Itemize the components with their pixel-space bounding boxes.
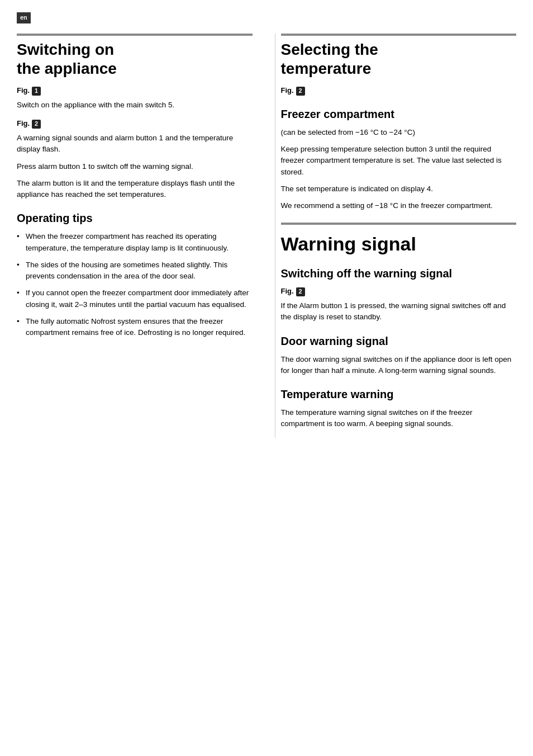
- switching-off-section: Switching off the warning signal Fig. 2 …: [281, 266, 517, 323]
- freezer-text3: We recommend a setting of −18 °C in the …: [281, 200, 517, 211]
- switching-off-fig-label: Fig. 2: [281, 286, 517, 297]
- fig2-section: Fig. 2 A warning signal sounds and alarm…: [17, 119, 253, 200]
- list-item: The fully automatic Nofrost system ensur…: [17, 316, 253, 339]
- list-item: If you cannot open the freezer compartme…: [17, 287, 253, 310]
- operating-tips-section: Operating tips When the freezer compartm…: [17, 210, 253, 338]
- fig1-num: 1: [32, 87, 41, 96]
- right-fig-num: 2: [296, 87, 305, 96]
- switching-off-fig-text: Fig.: [281, 286, 294, 297]
- switching-off-body: If the Alarm button 1 is pressed, the wa…: [281, 300, 517, 323]
- switching-off-title: Switching off the warning signal: [281, 266, 517, 282]
- list-item: When the freezer compartment has reached…: [17, 231, 253, 254]
- freezer-subtitle: (can be selected from −16 °C to −24 °C): [281, 127, 517, 138]
- top-divider-left: [17, 34, 253, 36]
- fig2-label: Fig. 2: [17, 119, 253, 129]
- warning-signal-section: Warning signal Switching off the warning…: [281, 223, 517, 429]
- fig2-body1: A warning signal sounds and alarm button…: [17, 133, 253, 155]
- temperature-warning-title: Temperature warning: [281, 386, 517, 403]
- freezer-text1: Keep pressing temperature selection butt…: [281, 144, 517, 178]
- freezer-text2: The set temperature is indicated on disp…: [281, 183, 517, 195]
- right-column: Selecting the temperature Fig. 2 Freezer…: [275, 34, 517, 438]
- main-title-right: Selecting the temperature: [281, 40, 517, 78]
- top-divider-right: [281, 34, 517, 36]
- fig1-label: Fig. 1: [17, 86, 253, 96]
- fig1-text: Fig.: [17, 86, 30, 96]
- fig2-text: Fig.: [17, 119, 30, 129]
- right-fig-label: Fig. 2: [281, 86, 517, 96]
- warning-signal-title: Warning signal: [281, 233, 517, 256]
- freezer-compartment-title: Freezer compartment: [281, 106, 517, 122]
- door-warning-section: Door warning signal The door warning sig…: [281, 333, 517, 377]
- switching-off-fig-num: 2: [296, 287, 305, 296]
- door-warning-title: Door warning signal: [281, 333, 517, 349]
- temperature-warning-body: The temperature warning signal switches …: [281, 407, 517, 430]
- language-badge: en: [17, 12, 31, 23]
- left-column: Switching on the appliance Fig. 1 Switch…: [17, 34, 258, 438]
- main-title-left: Switching on the appliance: [17, 40, 253, 78]
- fig1-section: Fig. 1 Switch on the appliance with the …: [17, 86, 253, 111]
- fig2-body3: The alarm button is lit and the temperat…: [17, 178, 253, 201]
- right-fig-text: Fig.: [281, 86, 294, 96]
- operating-tips-list: When the freezer compartment has reached…: [17, 231, 253, 338]
- operating-tips-title: Operating tips: [17, 210, 253, 226]
- door-warning-body: The door warning signal switches on if t…: [281, 354, 517, 377]
- temperature-warning-section: Temperature warning The temperature warn…: [281, 386, 517, 430]
- selecting-temperature-section: Selecting the temperature Fig. 2 Freezer…: [281, 34, 517, 212]
- fig2-body2: Press alarm button 1 to switch off the w…: [17, 161, 253, 172]
- fig2-num: 2: [32, 120, 41, 129]
- list-item: The sides of the housing are sometimes h…: [17, 259, 253, 282]
- fig1-body: Switch on the appliance with the main sw…: [17, 100, 253, 111]
